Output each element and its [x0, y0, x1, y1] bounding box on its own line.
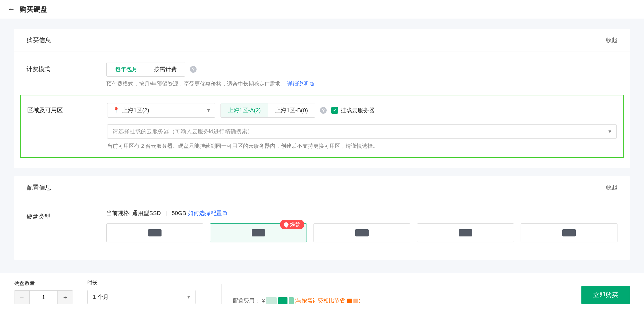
qty-label: 硬盘数量	[14, 280, 73, 287]
disk-type-label: 硬盘类型	[27, 209, 106, 220]
region-hint: 当前可用区有 2 台云服务器。硬盘只能挂载到同一可用区的云服务器内，创建后不支持…	[107, 142, 617, 150]
cost-currency: ¥	[262, 298, 265, 304]
region-value: 上海1区(2)	[122, 107, 149, 113]
duration-select[interactable]: 1 个月 ▾	[87, 290, 196, 304]
collapse-button[interactable]: 收起	[606, 184, 617, 191]
billing-option-ondemand[interactable]: 按需计费	[146, 62, 185, 76]
disk-type-card-2[interactable]: 爆款	[210, 223, 307, 242]
cost-label: 配置费用：	[233, 297, 260, 304]
hot-badge: 爆款	[280, 220, 304, 229]
disk-type-card-5[interactable]	[521, 223, 617, 242]
zone-group: 上海1区-A(2) 上海1区-B(0)	[221, 103, 315, 118]
checkbox-checked-icon: ✓	[331, 107, 338, 114]
billing-label: 计费模式	[27, 62, 106, 73]
redacted-price	[266, 297, 277, 304]
purchase-card-title: 购买信息	[27, 36, 51, 44]
vertical-divider	[221, 284, 222, 304]
chevron-down-icon: ▾	[207, 107, 210, 114]
mount-server-checkbox[interactable]: ✓ 挂载云服务器	[331, 106, 375, 114]
billing-option-prepaid[interactable]: 包年包月	[106, 62, 146, 77]
type-pill	[459, 229, 472, 236]
chevron-down-icon: ▾	[187, 294, 190, 300]
billing-hint: 预付费模式，按月/年预留资源，享受更优惠价格，适合中长期稳定IT需求。 详细说明…	[106, 80, 617, 87]
quantity-stepper: − +	[14, 290, 73, 304]
type-pill	[562, 229, 576, 236]
billing-detail-link[interactable]: 详细说明⧉	[287, 81, 314, 87]
server-placeholder: 请选择挂载的云服务器（可输入云服务id进行精确搜索）	[113, 128, 253, 135]
collapse-button[interactable]: 收起	[606, 36, 617, 44]
disk-type-card-1[interactable]	[106, 223, 203, 242]
savings-text: (与按需计费相比节省 )	[294, 297, 361, 304]
zone-option-b[interactable]: 上海1区-B(0)	[268, 103, 315, 117]
redacted-price	[278, 297, 287, 304]
disk-type-card-3[interactable]	[313, 223, 410, 242]
qty-plus-button[interactable]: +	[58, 291, 73, 304]
page-title: 购买硬盘	[20, 5, 47, 14]
duration-label: 时长	[87, 279, 196, 286]
type-pill	[355, 229, 369, 236]
type-pill	[252, 229, 265, 236]
server-select[interactable]: 请选择挂载的云服务器（可输入云服务id进行精确搜索） ▾	[107, 124, 617, 139]
config-info-card: 配置信息 收起 硬盘类型 当前规格: 通用型SSD | 50GB 如何选择配置⧉	[14, 176, 630, 260]
disk-type-card-4[interactable]	[417, 223, 514, 242]
fire-icon	[283, 221, 289, 228]
redacted-price	[289, 297, 294, 304]
config-card-title: 配置信息	[27, 183, 51, 192]
type-pill	[148, 229, 162, 236]
billing-mode-group: 包年包月 按需计费	[106, 62, 185, 77]
back-arrow-icon[interactable]: ←	[8, 5, 15, 13]
purchase-info-card: 购买信息 收起 计费模式 包年包月 按需计费 ? 预付费模式，按月/年预留资源，…	[14, 29, 630, 168]
zone-option-a[interactable]: 上海1区-A(2)	[221, 103, 268, 118]
qty-minus-button[interactable]: −	[14, 291, 29, 304]
region-select[interactable]: 📍上海1区(2) ▾	[107, 103, 215, 118]
spec-help-link[interactable]: 如何选择配置⧉	[188, 210, 227, 216]
chevron-down-icon: ▾	[608, 128, 611, 135]
external-link-icon: ⧉	[223, 210, 227, 216]
help-icon[interactable]: ?	[190, 66, 197, 73]
duration-value: 1 个月	[93, 293, 109, 301]
buy-button[interactable]: 立即购买	[581, 286, 630, 304]
spec-summary: 当前规格: 通用型SSD | 50GB 如何选择配置⧉	[106, 209, 617, 217]
region-highlight-box: 区域及可用区 📍上海1区(2) ▾ 上海1区-A(2) 上海1区-B(0)	[20, 95, 624, 158]
footer-bar: 硬盘数量 − + 时长 1 个月 ▾ 配置费用： ¥ (与按需计费相比节省 ) …	[0, 273, 644, 312]
qty-input[interactable]	[29, 291, 58, 304]
region-label: 区域及可用区	[27, 103, 107, 114]
help-icon[interactable]: ?	[320, 107, 327, 114]
location-icon: 📍	[113, 107, 120, 113]
external-link-icon: ⧉	[310, 81, 314, 87]
